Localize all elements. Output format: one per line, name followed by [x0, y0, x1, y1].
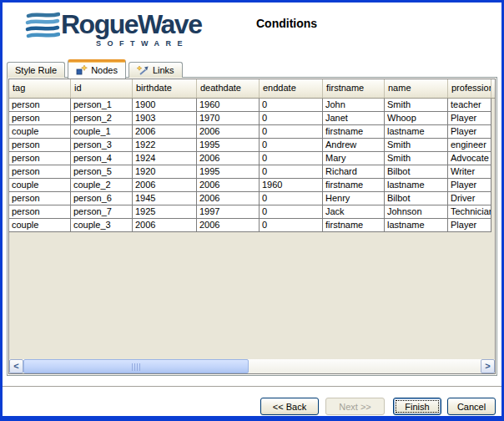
table-cell[interactable]: person	[9, 192, 71, 205]
table-cell[interactable]: 1960	[197, 99, 260, 112]
table-cell[interactable]: lastname	[385, 179, 448, 192]
table-cell[interactable]: person_4	[71, 152, 133, 165]
scrollbar-thumb[interactable]	[23, 359, 249, 373]
table-row[interactable]: personperson_2190319700JanetWhoopPlayer	[9, 112, 491, 125]
table-cell[interactable]: Advocate	[448, 152, 491, 165]
table-cell[interactable]: 1945	[133, 192, 197, 205]
table-cell[interactable]: 0	[260, 125, 323, 139]
table-cell[interactable]: 1970	[197, 112, 260, 125]
table-cell[interactable]: 1997	[197, 205, 260, 219]
scroll-right-button[interactable]: >	[481, 359, 495, 373]
table-cell[interactable]: 2006	[197, 192, 260, 205]
table-cell[interactable]: person_5	[71, 165, 133, 179]
table-cell[interactable]: Player	[448, 112, 491, 125]
table-cell[interactable]: 2006	[197, 219, 260, 232]
table-cell[interactable]: Driver	[448, 192, 491, 205]
tab-nodes[interactable]: Nodes	[68, 59, 126, 79]
table-cell[interactable]: 2006	[197, 179, 260, 192]
table-cell[interactable]: Henry	[323, 192, 385, 205]
table-cell[interactable]: 2006	[133, 219, 197, 232]
table-cell[interactable]: person_6	[71, 192, 133, 205]
table-row[interactable]: personperson_7192519970JackJohnsonTechni…	[9, 205, 491, 219]
table-cell[interactable]: 0	[260, 112, 323, 125]
table-cell[interactable]: person	[9, 99, 71, 112]
table-cell[interactable]: John	[323, 99, 385, 112]
table-cell[interactable]: Johnson	[385, 205, 448, 219]
table-cell[interactable]: 0	[260, 192, 323, 205]
table-cell[interactable]: 0	[260, 152, 323, 165]
table-cell[interactable]: lastname	[385, 125, 448, 139]
table-cell[interactable]: 1995	[197, 165, 260, 179]
table-cell[interactable]: couple	[9, 179, 71, 192]
table-row[interactable]: couplecouple_2200620061960firstnamelastn…	[9, 179, 491, 192]
column-header-deathdate[interactable]: deathdate	[197, 79, 260, 98]
table-row[interactable]: personperson_3192219950AndrewSmithengine…	[9, 139, 491, 152]
table-cell[interactable]: 1903	[133, 112, 197, 125]
table-cell[interactable]: 1995	[197, 139, 260, 152]
table-cell[interactable]: Smith	[385, 152, 448, 165]
table-cell[interactable]: 1900	[133, 99, 197, 112]
table-cell[interactable]: person	[9, 205, 71, 219]
table-cell[interactable]: firstname	[323, 179, 385, 192]
table-cell[interactable]: 1922	[133, 139, 197, 152]
table-cell[interactable]: 0	[260, 165, 323, 179]
table-cell[interactable]: Smith	[385, 139, 448, 152]
table-cell[interactable]: Janet	[323, 112, 385, 125]
table-cell[interactable]: couple_3	[71, 219, 133, 232]
table-cell[interactable]: Richard	[323, 165, 385, 179]
table-cell[interactable]: person	[9, 139, 71, 152]
table-cell[interactable]: Whoop	[385, 112, 448, 125]
column-header-id[interactable]: id	[71, 79, 133, 98]
scroll-left-button[interactable]: <	[9, 359, 23, 373]
table-cell[interactable]: 0	[260, 205, 323, 219]
table-cell[interactable]: 0	[260, 219, 323, 232]
table-cell[interactable]: firstname	[323, 125, 385, 139]
tab-links[interactable]: Links	[129, 62, 183, 78]
table-cell[interactable]: person	[9, 112, 71, 125]
column-header-profession[interactable]: profession	[448, 79, 491, 98]
table-cell[interactable]: engineer	[448, 139, 491, 152]
column-header-enddate[interactable]: enddate	[260, 79, 323, 98]
table-cell[interactable]: firstname	[323, 219, 385, 232]
table-cell[interactable]: couple_1	[71, 125, 133, 139]
table-cell[interactable]: Technician	[448, 205, 491, 219]
table-cell[interactable]: teacher	[448, 99, 491, 112]
table-cell[interactable]: Player	[448, 125, 491, 139]
table-cell[interactable]: 2006	[133, 179, 197, 192]
table-row[interactable]: couplecouple_3200620060firstnamelastname…	[9, 219, 491, 232]
table-row[interactable]: couplecouple_1200620060firstnamelastname…	[9, 125, 491, 139]
table-cell[interactable]: person_1	[71, 99, 133, 112]
table-cell[interactable]: person_7	[71, 205, 133, 219]
table-cell[interactable]: Jack	[323, 205, 385, 219]
finish-button[interactable]: Finish	[393, 398, 441, 415]
table-row[interactable]: personperson_1190019600JohnSmithteacher	[9, 99, 491, 112]
table-cell[interactable]: Player	[448, 179, 491, 192]
table-cell[interactable]: Player	[448, 219, 491, 232]
table-cell[interactable]: 0	[260, 139, 323, 152]
table-cell[interactable]: 2006	[133, 125, 197, 139]
table-cell[interactable]: person_2	[71, 112, 133, 125]
table-cell[interactable]: 2006	[197, 125, 260, 139]
table-cell[interactable]: person	[9, 165, 71, 179]
table-cell[interactable]: Andrew	[323, 139, 385, 152]
table-cell[interactable]: 1924	[133, 152, 197, 165]
table-cell[interactable]: Bilbot	[385, 165, 448, 179]
cancel-button[interactable]: Cancel	[447, 398, 496, 415]
horizontal-scrollbar[interactable]: < >	[9, 359, 495, 373]
table-cell[interactable]: Smith	[385, 99, 448, 112]
table-row[interactable]: personperson_6194520060HenryBilbotDriver	[9, 192, 491, 205]
table-cell[interactable]: 0	[260, 99, 323, 112]
table-cell[interactable]: 1920	[133, 165, 197, 179]
table-cell[interactable]: 1925	[133, 205, 197, 219]
table-row[interactable]: personperson_5192019950RichardBilbotWrit…	[9, 165, 491, 179]
table-cell[interactable]: Bilbot	[385, 192, 448, 205]
column-header-birthdate[interactable]: birthdate	[133, 79, 197, 98]
table-cell[interactable]: Writer	[448, 165, 491, 179]
table-cell[interactable]: couple	[9, 219, 71, 232]
back-button[interactable]: << Back	[260, 398, 319, 415]
table-cell[interactable]: person	[9, 152, 71, 165]
table-cell[interactable]: 1960	[260, 179, 323, 192]
tab-style-rule[interactable]: Style Rule	[7, 62, 65, 78]
table-cell[interactable]: person_3	[71, 139, 133, 152]
column-header-firstname[interactable]: firstname	[323, 79, 385, 98]
